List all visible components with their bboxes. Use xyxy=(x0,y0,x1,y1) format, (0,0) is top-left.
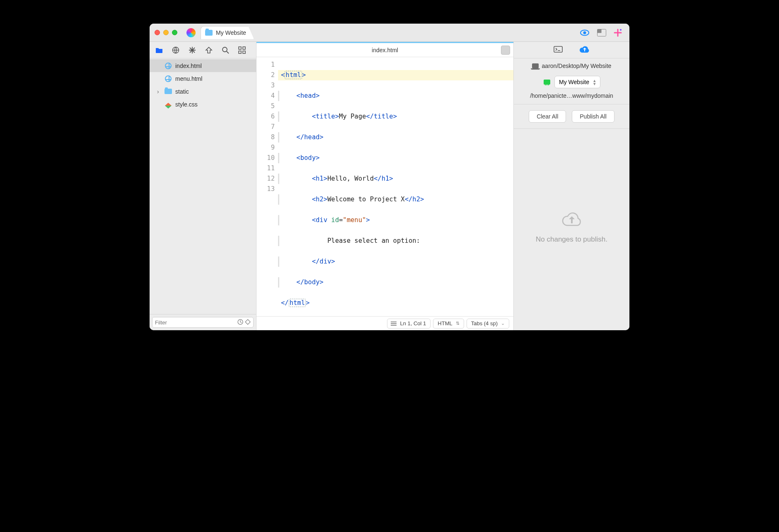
language-select[interactable]: HTML ⇅ xyxy=(433,319,464,329)
minimize-window-button[interactable] xyxy=(163,30,169,35)
editor-filename: index.html xyxy=(372,47,398,53)
publish-mode-icon[interactable] xyxy=(205,46,213,54)
app-logo-icon xyxy=(186,28,196,37)
updown-icon: ⇅ xyxy=(456,321,460,326)
sidebar-mode-icons xyxy=(150,42,256,58)
svg-rect-15 xyxy=(547,83,547,85)
local-path-row: aaron/Desktop/My Website xyxy=(514,58,629,73)
file-sidebar: index.html menu.html › static style.css xyxy=(150,42,256,330)
svg-point-1 xyxy=(583,31,586,34)
preview-icon[interactable] xyxy=(580,28,590,38)
publish-empty-message: No changes to publish. xyxy=(536,235,607,244)
svg-rect-8 xyxy=(243,47,245,49)
scm-mode-icon[interactable] xyxy=(189,46,196,54)
chevron-down-icon: ⌄ xyxy=(501,321,505,326)
file-label: index.html xyxy=(175,63,202,69)
editor-pane: index.html 12345678910111213 <html> <hea… xyxy=(256,42,513,330)
zoom-window-button[interactable] xyxy=(172,30,177,35)
svg-rect-7 xyxy=(239,47,241,49)
titlebar: My Website xyxy=(150,24,629,42)
code-area[interactable]: 12345678910111213 <html> <head> <title>M… xyxy=(256,57,513,316)
project-tab[interactable]: My Website xyxy=(201,26,254,39)
search-mode-icon[interactable] xyxy=(222,46,229,54)
editor-tabbar: index.html xyxy=(256,43,513,57)
svg-rect-14 xyxy=(545,83,546,85)
inspector-mode-icons xyxy=(514,42,629,58)
ethernet-icon xyxy=(543,78,550,86)
file-label: menu.html xyxy=(175,75,202,82)
file-filter[interactable] xyxy=(152,317,254,328)
site-name: My Website xyxy=(559,79,589,85)
file-label: style.css xyxy=(175,101,198,108)
close-window-button[interactable] xyxy=(155,30,160,35)
remote-mode-icon[interactable] xyxy=(172,46,179,54)
publish-pane: aaron/Desktop/My Website My Website ▴▾ /… xyxy=(513,42,629,330)
symbols-popup-button[interactable]: Ln 1, Col 1 xyxy=(387,319,431,329)
file-label: static xyxy=(175,88,189,95)
local-path: aaron/Desktop/My Website xyxy=(542,63,612,69)
laptop-icon xyxy=(532,63,539,68)
svg-point-4 xyxy=(620,29,622,31)
code-content[interactable]: <html> <head> <title>My Page</title> </h… xyxy=(278,57,513,316)
scm-filter-icon[interactable] xyxy=(245,319,251,326)
cursor-position: Ln 1, Col 1 xyxy=(400,320,426,326)
files-mode-icon[interactable] xyxy=(155,46,163,54)
file-tree: index.html menu.html › static style.css xyxy=(150,58,256,314)
chevron-right-icon: › xyxy=(157,88,161,95)
minimap-toggle-icon[interactable] xyxy=(501,46,510,55)
html-file-icon xyxy=(165,75,172,82)
line-gutter: 12345678910111213 xyxy=(256,57,278,316)
publish-empty-state: No changes to publish. xyxy=(514,129,629,330)
file-filter-input[interactable] xyxy=(155,319,236,326)
window-controls xyxy=(155,30,177,35)
folder-icon xyxy=(205,30,213,36)
publish-all-button[interactable]: Publish All xyxy=(572,110,614,123)
svg-rect-3 xyxy=(598,29,602,33)
folder-icon xyxy=(165,88,172,95)
svg-rect-10 xyxy=(243,51,245,53)
new-tab-icon[interactable] xyxy=(614,29,622,37)
cloud-upload-icon xyxy=(561,212,583,228)
editor-statusbar: Ln 1, Col 1 HTML ⇅ Tabs (4 sp) ⌄ xyxy=(256,316,513,330)
svg-point-6 xyxy=(223,47,227,52)
svg-rect-12 xyxy=(554,46,562,52)
project-tab-title: My Website xyxy=(216,29,246,36)
svg-rect-9 xyxy=(239,51,241,53)
svg-rect-16 xyxy=(548,83,549,85)
layout-panels-icon[interactable] xyxy=(597,29,606,36)
recent-filter-icon[interactable] xyxy=(237,319,243,326)
site-select[interactable]: My Website ▴▾ xyxy=(554,76,600,88)
folder-static[interactable]: › static xyxy=(150,85,256,98)
file-menu-html[interactable]: menu.html xyxy=(150,72,256,85)
html-file-icon xyxy=(165,62,172,70)
file-index-html[interactable]: index.html xyxy=(150,59,256,72)
indent-select[interactable]: Tabs (4 sp) ⌄ xyxy=(467,319,509,329)
terminal-mode-icon[interactable] xyxy=(554,46,563,54)
clips-mode-icon[interactable] xyxy=(238,46,246,54)
publish-mode-icon[interactable] xyxy=(579,46,590,54)
remote-path: /home/panicte…www/mydomain xyxy=(514,92,629,104)
file-style-css[interactable]: style.css xyxy=(150,98,256,111)
css-file-icon xyxy=(165,101,172,108)
clear-all-button[interactable]: Clear All xyxy=(529,110,566,123)
updown-icon: ▴▾ xyxy=(593,79,596,85)
app-window: My Website xyxy=(150,24,629,330)
